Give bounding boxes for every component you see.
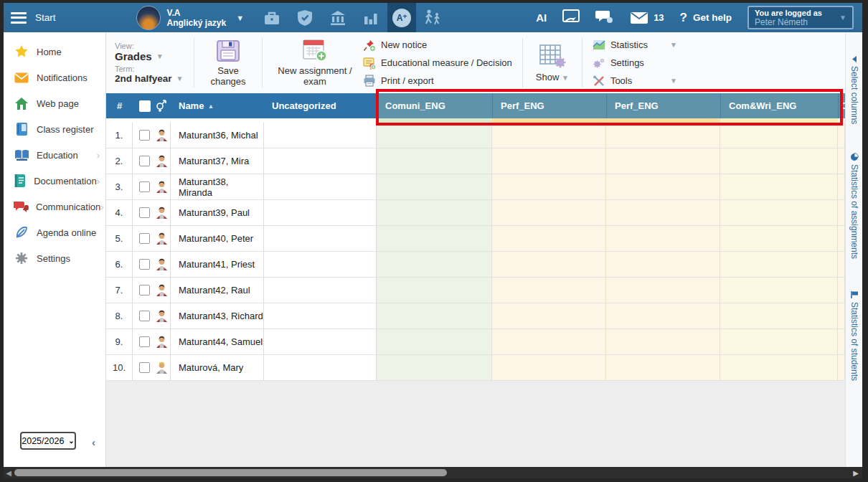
select-columns-button[interactable]: Select columns [846,55,863,124]
logged-user-menu[interactable]: You are logged as Peter Németh ▼ [747,6,854,29]
bank-icon[interactable] [321,3,354,32]
class-selector[interactable]: V.A Anglický jazyk [167,8,227,28]
uncategorized-cell[interactable] [264,200,377,225]
start-button[interactable]: Start [35,12,56,23]
sidebar-item-class-register[interactable]: Class register [4,116,105,142]
sidebar-item-communication[interactable]: Communication › [4,194,105,219]
student-name[interactable]: Maturant39, Paul [171,200,264,225]
grade-cell[interactable] [720,148,838,174]
name-column-header[interactable]: Name▲ [171,93,264,118]
grade-cell[interactable] [606,174,720,199]
grade-cell[interactable] [377,329,492,354]
sidebar-item-web-page[interactable]: Web page [4,90,105,116]
sidebar-item-agenda-online[interactable]: Agenda online [4,219,105,245]
grade-cell[interactable] [720,123,838,148]
row-checkbox[interactable] [139,362,150,373]
grade-cell[interactable] [377,174,492,199]
statistics-assignments-button[interactable]: Statistics of assignments [846,153,863,259]
grade-cell[interactable] [492,278,606,303]
grade-cell[interactable] [720,303,838,329]
student-name[interactable]: Maturant40, Peter [171,226,264,251]
grade-cell[interactable] [492,355,606,380]
grade-cell[interactable] [377,200,492,225]
uncategorized-cell[interactable] [264,278,377,303]
hamburger-menu-icon[interactable] [11,12,27,24]
grade-cell[interactable] [377,123,492,148]
show-button[interactable]: Show ▼ [530,32,575,93]
uncategorized-cell[interactable] [264,226,377,251]
uncategorized-cell[interactable] [264,329,377,354]
grade-cell[interactable] [606,329,720,354]
student-name[interactable]: Maturant41, Priest [171,252,264,277]
view-select[interactable]: Grades▼ [115,50,187,62]
grade-cell[interactable] [492,329,606,354]
student-name[interactable]: Maturová, Mary [171,355,264,380]
shield-check-icon[interactable] [288,3,321,32]
student-name[interactable]: Maturant43, Richard [171,303,264,329]
highlighted-column-header[interactable]: Com&Wri_ENG [720,93,838,118]
grade-cell[interactable] [720,226,838,251]
grade-cell[interactable] [606,148,720,174]
row-checkbox[interactable] [139,130,150,141]
sidebar-collapse-icon[interactable]: ‹ [92,436,95,448]
print-export-button[interactable]: Print / export [363,73,512,89]
student-name[interactable]: Maturant42, Raul [171,278,264,303]
new-notice-button[interactable]: New notice [363,37,512,53]
grade-cell[interactable] [720,278,838,303]
grade-cell[interactable] [720,174,838,199]
uncategorized-cell[interactable] [264,355,377,380]
row-checkbox[interactable] [139,311,150,321]
sidebar-item-education[interactable]: Education › [4,142,105,168]
grade-cell[interactable] [377,278,492,303]
student-name[interactable]: Maturant36, Michal [171,123,264,148]
grade-cell[interactable] [492,174,606,199]
tools-menu[interactable]: Tools ▼ [593,73,677,89]
scroll-right-icon[interactable]: ▶ [851,469,861,477]
grade-cell[interactable] [720,355,838,380]
row-checkbox[interactable] [139,156,150,166]
grade-cell[interactable] [377,252,492,277]
save-changes-button[interactable]: Save changes [202,32,255,93]
messages-button[interactable]: 13 [630,11,664,24]
grade-cell[interactable] [720,252,838,277]
highlighted-column-header[interactable]: Perf_ENG [492,93,606,118]
new-assignment-button[interactable]: New assignment / exam [270,32,360,93]
grades-a-plus-icon[interactable]: A⁺ [387,3,416,32]
row-checkbox[interactable] [139,259,150,270]
student-name[interactable]: Maturant44, Samuel [171,329,264,354]
row-checkbox[interactable] [139,336,150,347]
settings-menu[interactable]: Settings [593,55,677,71]
grade-cell[interactable] [606,200,720,225]
uncategorized-cell[interactable] [264,123,377,148]
grade-cell[interactable] [492,226,606,251]
briefcase-icon[interactable] [255,3,288,32]
grade-cell[interactable] [606,278,720,303]
grade-cell[interactable] [377,148,492,174]
educational-measure-button[interactable]: Educational measure / Decision [363,55,512,71]
grade-cell[interactable] [606,123,720,148]
ai-button[interactable]: AI [536,11,547,24]
grade-cell[interactable] [606,226,720,251]
student-name[interactable]: Maturant38, Miranda [171,174,264,199]
student-name[interactable]: Maturant37, Mira [171,148,264,174]
get-help-button[interactable]: ? Get help [680,11,732,25]
walking-people-icon[interactable] [416,3,449,32]
term-select[interactable]: 2nd halfyear▼ [115,73,187,84]
grade-cell[interactable] [377,303,492,329]
grade-cell[interactable] [492,200,606,225]
cast-icon[interactable] [562,9,580,27]
bar-chart-icon[interactable] [354,3,387,32]
grade-cell[interactable] [720,329,838,354]
sidebar-item-notifications[interactable]: Notifications [4,65,105,90]
uncategorized-cell[interactable] [264,252,377,277]
grade-cell[interactable] [606,252,720,277]
grade-cell[interactable] [606,303,720,329]
uncategorized-cell[interactable] [264,148,377,174]
horizontal-scrollbar[interactable]: ◀ ▶ [4,467,862,478]
grade-cell[interactable] [492,252,606,277]
grade-cell[interactable] [606,355,720,380]
class-avatar[interactable] [136,6,161,30]
grade-cell[interactable] [377,226,492,251]
sidebar-item-documentation[interactable]: Documentation › [4,168,105,194]
select-all-checkbox[interactable] [139,100,151,112]
